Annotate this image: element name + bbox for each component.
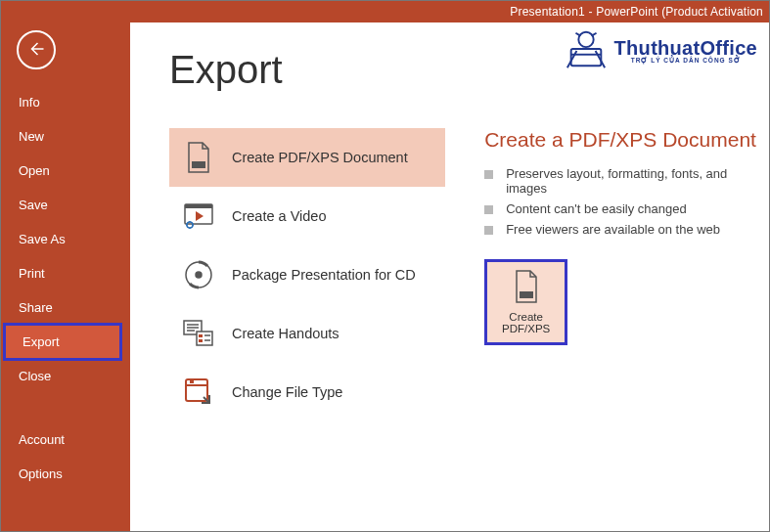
sidebar-item-saveas[interactable]: Save As [1,222,130,256]
detail-bullet: Preserves layout, formatting, fonts, and… [484,163,759,199]
sidebar-item-label: New [19,129,44,144]
sidebar-item-label: Close [19,369,51,383]
sidebar-item-open[interactable]: Open [1,154,130,188]
handout-icon [183,318,214,349]
option-change-filetype[interactable]: Change File Type [169,363,445,421]
sidebar-item-print[interactable]: Print [1,256,130,290]
option-label: Change File Type [232,384,342,400]
export-options: Create PDF/XPS Document Create a Video [169,128,445,531]
detail-bullet: Content can't be easily changed [484,199,759,219]
video-icon [183,200,214,232]
svg-rect-14 [190,379,194,383]
svg-rect-4 [185,204,212,208]
option-label: Create PDF/XPS Document [232,150,408,165]
watermark-title: ThuthuatOffice [614,38,757,58]
export-panel: Export ThuthuatOffice TRỢ LÝ CỦA DÂN CÔN… [130,1,769,531]
sidebar-item-label: Info [19,95,40,110]
svg-marker-5 [196,211,204,221]
sidebar-item-close[interactable]: Close [1,359,130,393]
detail-bullets: Preserves layout, formatting, fonts, and… [484,163,759,240]
option-label: Create a Video [232,208,326,224]
cd-icon [183,259,214,290]
sidebar-item-export[interactable]: Export [5,325,120,359]
button-line1: Create [509,311,543,323]
watermark: ThuthuatOffice TRỢ LÝ CỦA DÂN CÔNG SỞ [564,26,757,75]
sidebar-item-label: Save [19,198,48,212]
sidebar-item-label: Share [19,300,53,315]
sidebar-item-info[interactable]: Info [1,85,130,119]
svg-rect-12 [199,339,203,342]
sidebar-nav: Info New Open Save Save As Print Share E… [1,85,130,491]
detail-bullet: Free viewers are available on the web [484,219,759,240]
create-pdf-xps-button[interactable]: Create PDF/XPS [484,259,567,345]
option-create-pdf-xps[interactable]: Create PDF/XPS Document [169,128,445,187]
sidebar-item-account[interactable]: Account [1,422,130,457]
sidebar-item-save[interactable]: Save [1,188,130,222]
change-file-icon [183,377,214,408]
page-title: Export [169,48,283,92]
option-create-handouts[interactable]: Create Handouts [169,304,445,363]
svg-point-6 [187,222,193,228]
svg-point-1 [578,32,593,47]
back-arrow-icon [27,40,45,61]
sidebar-item-label: Options [19,466,63,481]
sidebar-item-label: Account [19,432,65,447]
svg-rect-10 [197,332,212,345]
svg-rect-11 [199,334,203,337]
sidebar-item-label: Export [23,334,60,349]
option-package-cd[interactable]: Package Presentation for CD [169,245,445,304]
watermark-subtitle: TRỢ LÝ CỦA DÂN CÔNG SỞ [614,58,757,65]
back-button[interactable] [17,30,56,69]
sidebar-item-label: Open [19,163,50,178]
button-line2: PDF/XPS [502,323,550,334]
detail-title: Create a PDF/XPS Document [484,128,759,152]
mascot-icon [564,26,609,75]
backstage-sidebar: Info New Open Save Save As Print Share E… [1,1,130,531]
sidebar-item-share[interactable]: Share [1,290,130,325]
svg-point-8 [196,272,202,278]
sidebar-item-label: Save As [19,232,66,246]
option-create-video[interactable]: Create a Video [169,187,445,245]
sidebar-item-options[interactable]: Options [1,457,130,491]
option-label: Create Handouts [232,326,340,341]
sidebar-item-label: Print [19,266,45,281]
pdf-file-icon [513,270,540,305]
pdf-file-icon [183,142,214,173]
sidebar-item-new[interactable]: New [1,119,130,154]
option-label: Package Presentation for CD [232,267,416,283]
svg-rect-2 [192,161,205,168]
svg-rect-15 [520,291,533,298]
export-detail: Create a PDF/XPS Document Preserves layo… [484,128,769,531]
